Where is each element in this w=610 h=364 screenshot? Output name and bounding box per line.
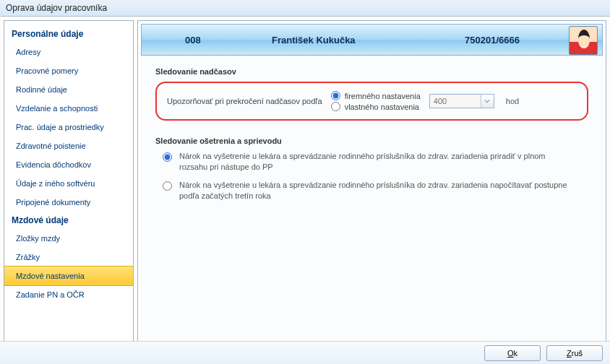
care-radio-full[interactable]: Nárok na vyšetrenie u lekára a sprevádza… <box>163 151 567 173</box>
cancel-button-mnemonic: Z <box>567 349 572 358</box>
sidebar-item[interactable]: Mzdové nastavenia <box>4 266 133 286</box>
sidebar-header-wage: Mzdové údaje <box>4 212 133 229</box>
avatar <box>569 26 598 55</box>
sidebar-item[interactable]: Zadanie PN a OČR <box>4 285 133 304</box>
overtime-radio-company-input[interactable] <box>331 91 340 100</box>
employee-code: 008 <box>185 35 243 46</box>
sidebar-item[interactable]: Rodinné údaje <box>4 80 133 99</box>
care-radio-full-label: Nárok na vyšetrenie u lekára a sprevádza… <box>179 151 567 173</box>
sidebar-header-personal: Personálne údaje <box>4 25 133 43</box>
sidebar-item[interactable]: Pripojené dokumenty <box>4 193 133 212</box>
sidebar-item[interactable]: Zložky mzdy <box>4 229 133 248</box>
overtime-hours-input[interactable] <box>430 95 481 108</box>
sidebar-item[interactable]: Evidencia dôchodkov <box>4 155 133 174</box>
employee-header: 008 František Kukučka 750201/6666 <box>141 24 603 56</box>
overtime-radio-company-label: firemného nastavenia <box>345 92 421 100</box>
sidebar-item[interactable]: Vzdelanie a schopnosti <box>4 99 133 118</box>
ok-button-rest: k <box>514 349 518 358</box>
content-panel: 008 František Kukučka 750201/6666 Sledov… <box>137 20 606 342</box>
footer-bar: Ok Zruš <box>0 341 610 364</box>
overtime-label: Upozorňovať pri prekročení nadčasov podľ… <box>167 97 322 105</box>
cancel-button-rest: ruš <box>572 349 583 358</box>
overtime-unit: hod <box>506 97 519 105</box>
overtime-hours-combo[interactable] <box>429 94 494 108</box>
ok-button[interactable]: Ok <box>484 345 541 361</box>
sidebar-item[interactable]: Adresy <box>4 43 133 61</box>
overtime-highlight-frame: Upozorňovať pri prekročení nadčasov podľ… <box>155 82 588 121</box>
ok-button-mnemonic: O <box>507 349 514 358</box>
employee-name: František Kukučka <box>243 35 465 46</box>
overtime-radio-custom-label: vlastného nastavenia <box>345 103 419 111</box>
chevron-down-icon[interactable] <box>481 95 494 108</box>
sidebar-item[interactable]: Pracovné pomery <box>4 61 133 80</box>
sidebar-item[interactable]: Zrážky <box>4 248 133 266</box>
overtime-radio-company[interactable]: firemného nastavenia <box>331 91 421 100</box>
sidebar-item[interactable]: Prac. údaje a prostriedky <box>4 118 133 136</box>
group-overtime-title: Sledovanie nadčasov <box>155 67 588 76</box>
sidebar-item[interactable]: Zdravotné poistenie <box>4 136 133 155</box>
window-title: Oprava údajov pracovníka <box>0 0 610 17</box>
sidebar: Personálne údaje AdresyPracovné pomeryRo… <box>4 20 134 342</box>
care-radio-thirds-label: Nárok na vyšetrenie u lekára a sprevádza… <box>179 180 567 202</box>
group-care-title: Sledovanie ošetrenia a sprievodu <box>155 136 588 145</box>
overtime-radio-custom[interactable]: vlastného nastavenia <box>331 102 421 111</box>
care-radio-full-input[interactable] <box>163 152 172 162</box>
sidebar-item[interactable]: Údaje z iného softvéru <box>4 174 133 193</box>
care-radio-thirds-input[interactable] <box>163 181 172 191</box>
cancel-button[interactable]: Zruš <box>546 345 603 361</box>
overtime-radio-custom-input[interactable] <box>331 102 340 111</box>
care-radio-thirds[interactable]: Nárok na vyšetrenie u lekára a sprevádza… <box>163 180 567 202</box>
